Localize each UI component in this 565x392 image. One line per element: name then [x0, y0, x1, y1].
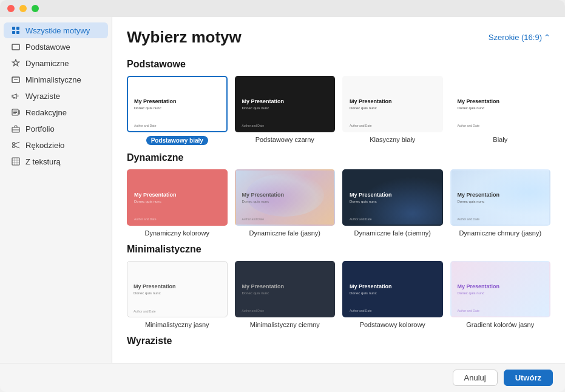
theme-card-white[interactable]: My PresentationDonec quis nuncAuthor and… — [450, 76, 551, 145]
theme-card-basic-white[interactable]: My PresentationDonec quis nuncAuthor and… — [127, 76, 228, 145]
section-title-basic: Podstawowe — [127, 59, 550, 70]
section-basic: PodstawoweMy PresentationDonec quis nunc… — [127, 59, 550, 145]
sidebar-item-portfolio[interactable]: Portfolio — [4, 121, 108, 137]
theme-card-min-pastel[interactable]: My PresentationDonec quis nuncAuthor and… — [450, 261, 551, 328]
theme-label-wrapper-classic-white: Klasyczny biały — [370, 136, 415, 143]
sidebar-item-minimal[interactable]: Minimalistyczne — [4, 72, 108, 87]
themes-grid-dynamic: My PresentationDonec quis nuncAuthor and… — [127, 169, 550, 237]
svg-rect-19 — [12, 158, 19, 165]
theme-card-classic-white[interactable]: My PresentationDonec quis nuncAuthor and… — [342, 76, 443, 145]
sidebar-item-expressive[interactable]: Wyraziste — [4, 88, 108, 104]
maximize-button[interactable] — [32, 5, 39, 12]
sidebar-label: Rękodzieło — [25, 141, 64, 150]
theme-label-min-dark: Minimalistyczny ciemny — [250, 321, 320, 328]
titlebar — [0, 0, 565, 17]
themes-grid-minimal: My PresentationDonec quis nuncAuthor and… — [127, 261, 550, 328]
briefcase-icon — [11, 124, 21, 133]
sidebar-label: Podstawowe — [25, 42, 70, 52]
sidebar-label: Wyraziste — [25, 92, 60, 101]
theme-label-wrapper-basic-black: Podstawowy czarny — [255, 136, 314, 143]
theme-label-wrapper-dyn-color: Dynamiczny kolorowy — [145, 229, 209, 237]
theme-label-wrapper-dyn-wave-dark: Dynamiczne fale (ciemny) — [354, 229, 431, 237]
footer-bar: Anuluj Utwórz — [0, 363, 565, 392]
theme-card-dyn-cloud-light[interactable]: My PresentationDonec quis nuncAuthor and… — [450, 169, 551, 237]
newspaper-icon — [11, 107, 21, 117]
theme-card-basic-black[interactable]: My PresentationDonec quis nuncAuthor and… — [235, 76, 336, 145]
theme-label-min-light: Minimalistyczny jasny — [145, 321, 209, 328]
sidebar-label: Dynamiczne — [25, 59, 69, 68]
theme-card-dyn-wave-dark[interactable]: My PresentationDonec quis nuncAuthor and… — [342, 169, 443, 237]
theme-label-wrapper-basic-white: Podstawowy biały — [146, 136, 208, 145]
theme-label-basic-black: Podstawowy czarny — [255, 136, 314, 143]
aspect-ratio-selector[interactable]: Szerokie (16:9) ⌃ — [489, 33, 550, 42]
sidebar-label: Redakcyjne — [25, 108, 67, 117]
square-icon — [11, 42, 21, 52]
sidebar-item-dynamic[interactable]: Dynamiczne — [4, 55, 108, 71]
theme-label-wrapper-min-dark: Minimalistyczny ciemny — [250, 321, 320, 328]
scissors-icon — [11, 140, 21, 150]
sidebar-item-all[interactable]: Wszystkie motywy — [4, 22, 108, 38]
chevron-down-icon: ⌃ — [544, 33, 550, 42]
content-header: Wybierz motyw Szerokie (16:9) ⌃ — [112, 17, 565, 52]
theme-label-dyn-cloud-light: Dynamiczne chmury (jasny) — [459, 229, 541, 237]
theme-card-min-light[interactable]: My PresentationDonec quis nuncAuthor and… — [127, 261, 228, 328]
svg-rect-1 — [16, 27, 19, 30]
content-area: Wybierz motyw Szerokie (16:9) ⌃ Podstawo… — [112, 17, 565, 363]
page-title: Wybierz motyw — [127, 28, 242, 47]
sidebar: Wszystkie motywy Podstawowe Dynamiczne M… — [0, 17, 112, 363]
theme-label-white: Biały — [493, 136, 507, 143]
close-button[interactable] — [7, 5, 15, 12]
theme-label-wrapper-min-pastel: Gradient kolorów jasny — [466, 321, 534, 328]
main-layout: Wszystkie motywy Podstawowe Dynamiczne M… — [0, 17, 565, 363]
sidebar-label: Wszystkie motywy — [25, 26, 90, 35]
theme-label-wrapper-min-navy: Podstawowy kolorowy — [360, 321, 425, 328]
theme-label-classic-white: Klasyczny biały — [370, 136, 415, 143]
grid-icon — [11, 25, 21, 35]
sidebar-label: Z teksturą — [25, 157, 61, 166]
sidebar-item-basic[interactable]: Podstawowe — [4, 39, 108, 55]
minus-square-icon — [11, 75, 21, 84]
minimize-button[interactable] — [19, 5, 27, 12]
theme-label-dyn-wave-light: Dynamiczne fale (jasny) — [249, 229, 320, 237]
section-title-expressive: Wyraziste — [127, 336, 550, 346]
theme-label-dyn-wave-dark: Dynamiczne fale (ciemny) — [354, 229, 431, 237]
svg-rect-4 — [12, 44, 19, 50]
cancel-button[interactable]: Anuluj — [453, 370, 498, 386]
create-button[interactable]: Utwórz — [504, 370, 553, 386]
theme-card-min-navy[interactable]: My PresentationDonec quis nuncAuthor and… — [342, 261, 443, 328]
sidebar-label: Minimalistyczne — [25, 75, 81, 84]
section-title-dynamic: Dynamiczne — [127, 152, 550, 163]
section-dynamic: DynamiczneMy PresentationDonec quis nunc… — [127, 152, 550, 237]
star-icon — [11, 58, 21, 68]
theme-label-wrapper-white: Biały — [493, 136, 507, 143]
svg-point-15 — [13, 143, 15, 145]
themes-grid-basic: My PresentationDonec quis nuncAuthor and… — [127, 76, 550, 145]
svg-line-17 — [15, 142, 19, 144]
sidebar-item-textured[interactable]: Z teksturą — [4, 154, 108, 169]
theme-label-dyn-color: Dynamiczny kolorowy — [145, 229, 209, 237]
theme-label-wrapper-dyn-wave-light: Dynamiczne fale (jasny) — [249, 229, 320, 237]
svg-rect-2 — [12, 31, 15, 34]
megaphone-icon — [11, 91, 21, 101]
theme-card-dyn-color[interactable]: My PresentationDonec quis nuncAuthor and… — [127, 169, 228, 237]
aspect-ratio-label: Szerokie (16:9) — [489, 33, 542, 42]
theme-card-min-dark[interactable]: My PresentationDonec quis nuncAuthor and… — [235, 261, 336, 328]
theme-label-min-pastel: Gradient kolorów jasny — [466, 321, 534, 328]
sidebar-label: Portfolio — [25, 124, 55, 133]
svg-rect-0 — [12, 27, 15, 30]
texture-icon — [11, 157, 21, 166]
svg-point-16 — [13, 146, 15, 148]
theme-label-wrapper-min-light: Minimalistyczny jasny — [145, 321, 209, 328]
sidebar-item-handmade[interactable]: Rękodzieło — [4, 137, 108, 153]
section-minimal: MinimalistyczneMy PresentationDonec quis… — [127, 244, 550, 328]
theme-label-min-navy: Podstawowy kolorowy — [360, 321, 425, 328]
selected-badge-basic-white: Podstawowy biały — [146, 136, 208, 145]
section-title-minimal: Minimalistyczne — [127, 244, 550, 255]
theme-card-dyn-wave-light[interactable]: My PresentationDonec quis nuncAuthor and… — [235, 169, 336, 237]
svg-line-18 — [15, 146, 19, 149]
themes-scroll-area[interactable]: PodstawoweMy PresentationDonec quis nunc… — [112, 52, 565, 363]
theme-label-wrapper-dyn-cloud-light: Dynamiczne chmury (jasny) — [459, 229, 541, 237]
svg-rect-3 — [16, 31, 19, 34]
sidebar-item-editorial[interactable]: Redakcyjne — [4, 104, 108, 120]
section-expressive: Wyraziste — [127, 336, 550, 346]
